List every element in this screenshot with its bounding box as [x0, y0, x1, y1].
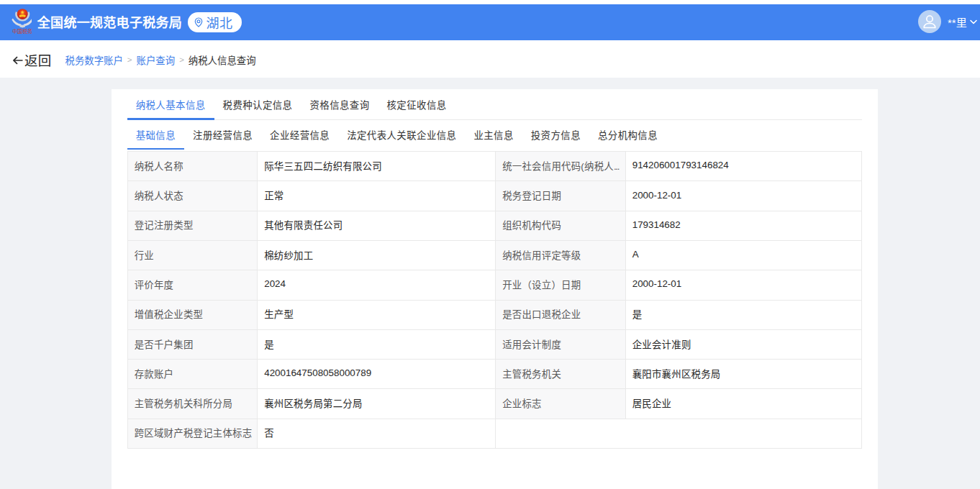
- svg-text:中国税务: 中国税务: [12, 28, 32, 34]
